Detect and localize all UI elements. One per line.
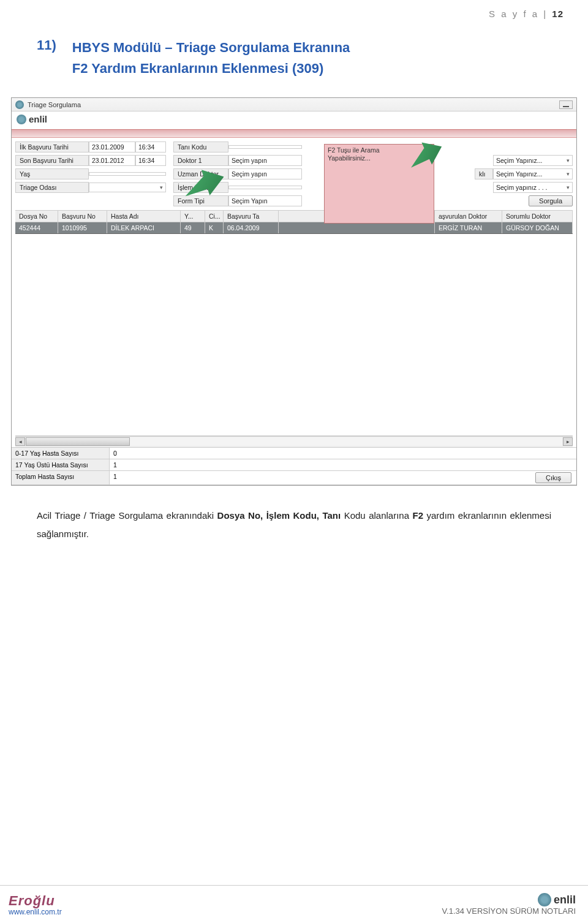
col-cinsiyet: Ci... (205, 211, 224, 222)
app-icon (15, 100, 24, 109)
ilk-basvuru-date[interactable]: 23.01.2009 (89, 141, 135, 153)
scroll-track[interactable] (26, 437, 562, 446)
version-text: V.1.34 VERSİYON SÜRÜM NOTLARI (442, 906, 576, 916)
page-header-num: 12 (552, 9, 564, 19)
stat-total-value: 1 (110, 471, 134, 484)
doc-title-line1: HBYS Modülü – Triage Sorgulama Ekranına (72, 40, 350, 55)
para-text-1: Acil Triage / Triage Sorgulama ekranında… (37, 510, 217, 521)
tani-kodu-label: Tanı Kodu (173, 141, 228, 153)
doc-title-number: 11) (37, 37, 56, 79)
stat-0-17-value: 0 (110, 448, 134, 459)
separator-bar (12, 129, 576, 138)
filter-area: F2 Tuşu ile Arama Yapabilirsiniz... İlk … (12, 138, 576, 447)
para-bold-2: F2 (413, 510, 427, 521)
triage-odasi-label: Triage Odası (15, 182, 89, 193)
col-sorumlu-doktor: Sorumlu Doktor (502, 211, 573, 222)
son-basvuru-label: Son Başvuru Tarihi (15, 155, 89, 166)
page-header-prefix: S a y f a (489, 9, 539, 19)
col-yas: Y... (181, 211, 205, 222)
table-header: Dosya No Başvuru No Hasta Adı Y... Ci...… (15, 210, 573, 222)
eroglu-logo: Eroğlu (9, 893, 62, 909)
scroll-thumb[interactable] (26, 437, 130, 446)
doc-title-line2: F2 Yardım Ekranlarının Eklenmesi (309) (72, 61, 323, 76)
app-window: Triage Sorgulama enlil F2 Tuşu ile Arama… (11, 97, 577, 486)
doktor1-select[interactable]: Seçim yapın (228, 155, 302, 166)
sorgula-button[interactable]: Sorgula (529, 195, 573, 206)
col-basvuru-tarihi: Başvuru Ta (224, 211, 279, 222)
enlil-footer-text: enlil (554, 894, 576, 906)
form-tipi-label: Form Tipi (173, 195, 228, 206)
brand-row: enlil (12, 111, 576, 129)
tooltip-line2: Yapabilirsiniz... (328, 154, 371, 162)
table-empty-area (15, 234, 573, 436)
stat-17plus-value: 1 (110, 459, 134, 470)
cell-hasta-adi: DİLEK ARPACI (107, 222, 181, 233)
enlil-footer-logo: enlil (538, 893, 576, 906)
islem-kodu-input[interactable] (228, 186, 302, 189)
kli-label: klı (475, 168, 493, 179)
yas-input[interactable] (89, 172, 166, 176)
secim-select-1[interactable]: Seçim Yapınız...▾ (493, 155, 573, 166)
col-hasta-adi: Hasta Adı (107, 211, 181, 222)
doktor1-label: Doktor 1 (173, 155, 228, 166)
para-text-2: Kodu alanlarına (344, 510, 413, 521)
minimize-button[interactable] (559, 100, 573, 109)
tooltip-line1: F2 Tuşu ile Arama (328, 146, 380, 154)
son-basvuru-date[interactable]: 23.01.2012 (89, 155, 135, 166)
secim-select-2[interactable]: Seçim Yapınız...▾ (493, 168, 573, 179)
stat-17plus-label: 17 Yaş Üstü Hasta Sayısı (12, 459, 110, 470)
page-header-sep: | (543, 9, 552, 19)
triage-odasi-select[interactable]: ▾ (89, 183, 166, 192)
secim-select-3[interactable]: Seçim yapınız . . .▾ (493, 182, 573, 193)
body-paragraph: Acil Triage / Triage Sorgulama ekranında… (0, 486, 588, 543)
col-basvurulan-doktor: aşvurulan Doktor (435, 211, 502, 222)
tani-kodu-input[interactable] (228, 145, 302, 149)
horizontal-scrollbar[interactable]: ◂ ▸ (15, 436, 573, 447)
page-header: S a y f a | 12 (0, 0, 588, 23)
cell-dosya-no: 452444 (15, 222, 58, 233)
swirl-icon (538, 893, 551, 906)
doc-section-title: 11) HBYS Modülü – Triage Sorgulama Ekran… (0, 23, 588, 85)
cell-basvuru-tarihi: 06.04.2009 (224, 222, 279, 233)
col-basvuru-no: Başvuru No (58, 211, 107, 222)
uzman-doktor-select[interactable]: Seçim yapın (228, 168, 302, 179)
scroll-left-icon[interactable]: ◂ (15, 437, 25, 446)
stats-panel: 0-17 Yaş Hasta Sayısı 0 17 Yaş Üstü Hast… (12, 447, 576, 485)
form-tipi-select[interactable]: Seçim Yapın (228, 195, 302, 206)
brand-text: enlil (29, 114, 47, 124)
col-dosya-no: Dosya No (15, 211, 58, 222)
para-bold-1: Dosya No, İşlem Kodu, Tanı (217, 510, 344, 521)
footer-url: www.enlil.com.tr (9, 908, 62, 916)
cell-basvuru-no: 1010995 (58, 222, 107, 233)
window-title: Triage Sorgulama (28, 101, 81, 108)
yas-label: Yaş (15, 168, 89, 179)
ilk-basvuru-label: İlk Başvuru Tarihi (15, 141, 89, 153)
cell-yas: 49 (181, 222, 205, 233)
exit-button[interactable]: Çıkış (535, 472, 571, 483)
stat-total-label: Toplam Hasta Sayısı (12, 471, 110, 484)
cell-sorumlu-doktor: GÜRSOY DOĞAN (502, 222, 573, 233)
cell-basvurulan-doktor: ERGİZ TURAN (435, 222, 502, 233)
scroll-right-icon[interactable]: ▸ (563, 437, 573, 446)
ilk-basvuru-time[interactable]: 16:34 (135, 141, 166, 153)
stat-0-17-label: 0-17 Yaş Hasta Sayısı (12, 448, 110, 459)
swirl-icon (17, 115, 26, 124)
table-row[interactable]: 452444 1010995 DİLEK ARPACI 49 K 06.04.2… (15, 222, 573, 234)
son-basvuru-time[interactable]: 16:34 (135, 155, 166, 166)
window-titlebar: Triage Sorgulama (12, 98, 576, 111)
enlil-logo: enlil (17, 114, 47, 124)
page-footer: Eroğlu www.enlil.com.tr enlil V.1.34 VER… (0, 885, 588, 923)
cell-cinsiyet: K (205, 222, 224, 233)
f2-tooltip: F2 Tuşu ile Arama Yapabilirsiniz... (324, 144, 434, 224)
